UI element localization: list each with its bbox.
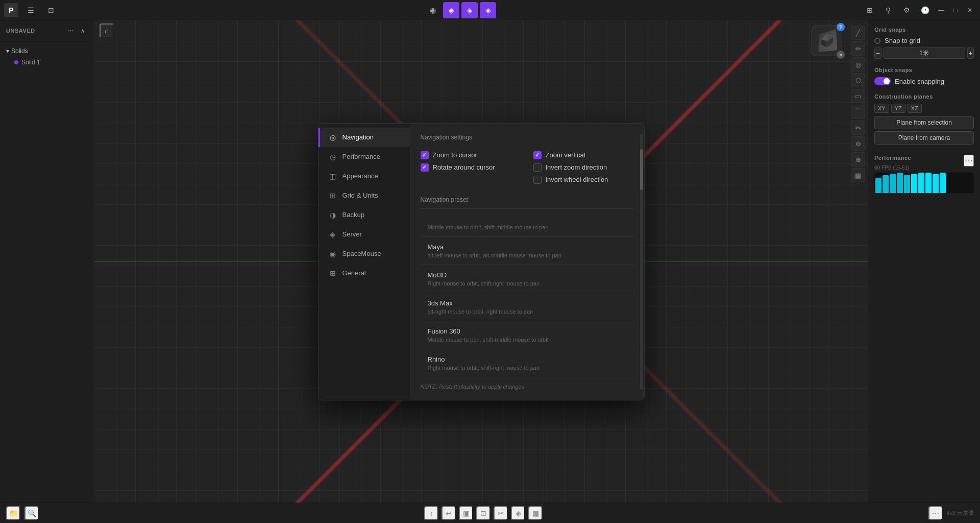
- folder-btn[interactable]: 📁: [6, 506, 20, 520]
- cube-help-icon[interactable]: ?: [837, 23, 845, 31]
- toolbar-icon-1[interactable]: ◉: [425, 2, 441, 18]
- scissors-tool-btn[interactable]: ✂: [851, 121, 865, 135]
- toolbar-icon-4[interactable]: ◈: [480, 2, 496, 18]
- tree-group-solids-header[interactable]: ▾ Solids: [4, 45, 90, 57]
- snap-value-input[interactable]: [884, 47, 965, 59]
- minimize-btn[interactable]: —: [935, 4, 947, 16]
- settings-nav-general[interactable]: ⊞ General: [318, 264, 410, 283]
- enable-snapping-toggle[interactable]: [874, 77, 891, 85]
- snap-decrement-btn[interactable]: −: [874, 47, 881, 59]
- preset-maya-desc: alt-left mouse to orbit, alt-middle mous…: [428, 252, 627, 258]
- rotate-around-cursor-checkbox[interactable]: ✓: [421, 163, 429, 172]
- grid-view-btn[interactable]: ⊞: [862, 2, 878, 18]
- zoom-to-cursor-checkbox[interactable]: ✓: [421, 151, 429, 159]
- cp-xz-btn[interactable]: XZ: [908, 104, 922, 113]
- cp-xy-btn[interactable]: XY: [874, 104, 889, 113]
- node-tool-btn[interactable]: ◈: [511, 506, 525, 520]
- solid-dot-icon: [14, 60, 18, 64]
- enable-snapping-row: Enable snapping: [874, 77, 974, 85]
- maximize-btn[interactable]: □: [949, 4, 962, 16]
- panel-toggle-btn[interactable]: ☰: [22, 2, 39, 18]
- snap-to-grid-row: Snap to grid: [874, 37, 974, 44]
- perf-bar-3: [890, 174, 896, 193]
- cube-close-btn[interactable]: ✕: [837, 51, 845, 59]
- settings-nav-server[interactable]: ◈ Server: [318, 225, 410, 244]
- app-logo[interactable]: P: [4, 3, 18, 17]
- snap-tool-btn[interactable]: ▦: [528, 506, 543, 520]
- invert-wheel-checkbox[interactable]: [533, 176, 542, 184]
- preset-rhino-name: Rhino: [428, 355, 627, 363]
- sidebar-collapse-btn[interactable]: ∧: [78, 26, 88, 36]
- preset-maya[interactable]: Maya alt-left mouse to orbit, alt-middle…: [421, 237, 634, 265]
- preset-fusion360[interactable]: Fusion 360 Middle mouse to pan, shift-mi…: [421, 321, 634, 349]
- pencil-tool-btn[interactable]: ✏: [851, 41, 865, 56]
- toolbar-icon-2[interactable]: ◈: [443, 2, 459, 18]
- settings-btn[interactable]: ⚙: [898, 2, 915, 18]
- settings-nav-grid-units[interactable]: ⊞ Grid & Units: [318, 186, 410, 205]
- plane-from-camera-btn[interactable]: Plane from camera: [874, 131, 974, 145]
- zoom-vertical-checkbox[interactable]: ✓: [533, 151, 542, 159]
- viewport-home-btn[interactable]: ⌂: [100, 23, 114, 38]
- zoom-vertical-row: ✓ Zoom vertical: [533, 149, 634, 161]
- move-tool-btn[interactable]: ↕: [424, 506, 438, 520]
- backup-icon: ◑: [328, 210, 337, 220]
- settings-nav-navigation[interactable]: ◎ Navigation: [318, 128, 410, 147]
- performance-chart: [874, 173, 974, 193]
- zoom-vertical-label: Zoom vertical: [546, 151, 585, 159]
- bottom-bar-center: ↕ ↩ ▣ ⊡ ✂ ◈ ▦: [424, 506, 543, 520]
- person-btn[interactable]: ⚲: [880, 2, 896, 18]
- list-tool-btn[interactable]: ▤: [851, 168, 865, 182]
- scrollbar-track[interactable]: [640, 134, 643, 390]
- perf-bar-5: [904, 175, 910, 193]
- right-tool-icons: ╱ ✏ ◎ ⬡ ▭ ⌒ ✂ ⊖ ⊕ ▤: [851, 26, 865, 182]
- snap-increment-btn[interactable]: +: [967, 47, 974, 59]
- search-btn[interactable]: 🔍: [24, 506, 39, 520]
- navigation-icon: ◎: [328, 133, 337, 142]
- rect-tool-btn[interactable]: ▭: [851, 89, 865, 103]
- preset-rhino-desc: Right mouse to orbit, shift-right mouse …: [428, 365, 627, 371]
- preset-rhino[interactable]: Rhino Right mouse to orbit, shift-right …: [421, 349, 634, 377]
- cp-yz-btn[interactable]: YZ: [891, 104, 905, 113]
- plane-from-selection-btn[interactable]: Plane from selection: [874, 116, 974, 129]
- curve-tool-btn[interactable]: ⌒: [851, 105, 865, 119]
- toolbar-icon-3[interactable]: ◈: [461, 2, 478, 18]
- grid-units-icon: ⊞: [328, 191, 337, 200]
- rotate-around-cursor-row: ✓ Rotate around cursor: [421, 161, 521, 174]
- scale-tool-btn[interactable]: ▣: [459, 506, 473, 520]
- fps-label: 60 FPS (15-61): [874, 165, 974, 171]
- cube-face: [818, 29, 838, 52]
- preset-mol3d[interactable]: Mol3D Right mouse to orbit, shift-right …: [421, 265, 634, 293]
- preset-3dsmax[interactable]: 3ds Max alt-right mouse to orbit, right …: [421, 293, 634, 321]
- scrollbar-thumb[interactable]: [640, 149, 643, 190]
- snap-to-grid-radio[interactable]: [874, 38, 880, 44]
- settings-nav-backup[interactable]: ◑ Backup: [318, 205, 410, 225]
- bottom-more-btn[interactable]: ⋯: [928, 506, 943, 520]
- settings-nav-server-label: Server: [342, 230, 362, 238]
- preset-list: Middle mouse to orbit, shift-middle mous…: [421, 208, 634, 377]
- settings-nav-spacemouse[interactable]: ◉ SpaceMouse: [318, 244, 410, 264]
- cut-tool-btn[interactable]: ✂: [494, 506, 508, 520]
- invert-wheel-row: Invert wheel direction: [533, 174, 634, 186]
- preset-default[interactable]: Middle mouse to orbit, shift-middle mous…: [421, 208, 634, 237]
- list-item[interactable]: Solid 1: [4, 57, 90, 68]
- settings-nav-grid-units-label: Grid & Units: [342, 192, 378, 199]
- clock-btn[interactable]: 🕐: [917, 2, 933, 18]
- circle-tool-btn[interactable]: ◎: [851, 57, 865, 72]
- settings-nav-appearance[interactable]: ◫ Appearance: [318, 167, 410, 186]
- add-tool-btn[interactable]: ⊕: [851, 152, 865, 167]
- title-bar-center: ◉ ◈ ◈ ◈: [425, 2, 496, 18]
- select-tool-btn[interactable]: ⊡: [476, 506, 491, 520]
- invert-zoom-checkbox[interactable]: [533, 163, 542, 172]
- cube-widget[interactable]: ? ✕: [806, 26, 847, 66]
- settings-nav-performance[interactable]: ◷ Performance: [318, 147, 410, 167]
- rotate-tool-btn[interactable]: ↩: [442, 506, 456, 520]
- performance-more-btn[interactable]: ⋯: [964, 155, 974, 167]
- offset-tool-btn[interactable]: ⊖: [851, 136, 865, 151]
- cp-buttons-row: XY YZ XZ: [874, 104, 974, 113]
- hex-tool-btn[interactable]: ⬡: [851, 73, 865, 87]
- preset-fusion360-name: Fusion 360: [428, 327, 627, 335]
- layout-btn[interactable]: ⊡: [43, 2, 59, 18]
- sidebar-more-btn[interactable]: ⋯: [65, 26, 76, 36]
- line-tool-btn[interactable]: ╱: [851, 26, 865, 40]
- close-btn[interactable]: ✕: [964, 4, 976, 16]
